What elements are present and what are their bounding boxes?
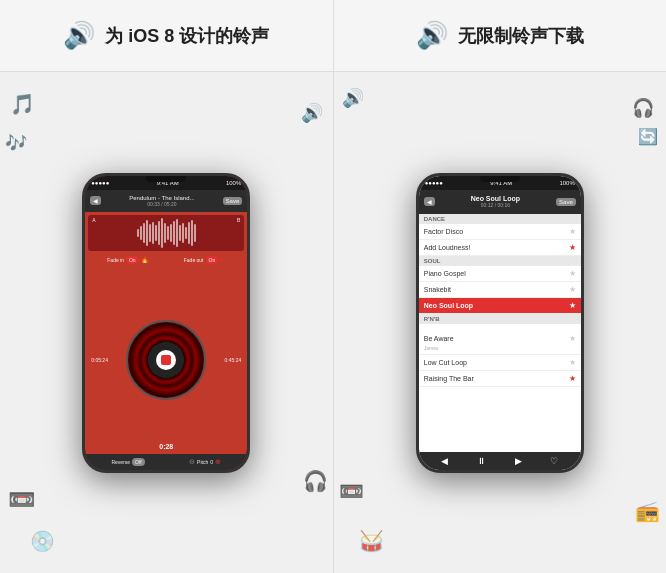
right-phone: ●●●●● 9:41 AM 100% ◀ Neo Soul Loop 00:12…	[416, 173, 584, 473]
section-header-rnb: R'n'B	[419, 314, 581, 324]
song-name-piano-gospel: Piano Gospel	[424, 270, 569, 277]
left-bottom-controls: Reverse Off ⊖ Pitch 0 ⊕	[85, 454, 247, 470]
waveform-bar	[194, 224, 196, 242]
waveform-bar	[146, 220, 148, 246]
pitch-plus-icon[interactable]: ⊕	[215, 458, 221, 466]
favorite-button[interactable]: ♡	[550, 456, 558, 466]
waveform-area[interactable]: A B	[88, 215, 244, 251]
waveform-bar	[152, 222, 154, 244]
reverse-toggle[interactable]: Off	[132, 458, 145, 466]
deco-speaker-2: 🔊	[342, 87, 364, 109]
waveform-bar	[188, 222, 190, 244]
pitch-control[interactable]: ⊖ Pitch 0 ⊕	[189, 458, 221, 466]
deco-headphone-2: 🎧	[632, 97, 654, 119]
left-status-bar: ●●●●● 9:41 AM 100%	[85, 176, 247, 190]
star-piano-gospel[interactable]: ★	[569, 269, 576, 278]
waveform-bar	[164, 223, 166, 243]
song-list: Dance Factor Disco ★ Add Loudness! ★ Sou…	[419, 214, 581, 452]
fade-in-icon: 🔥	[141, 256, 148, 263]
waveform-bar	[191, 220, 193, 246]
star-low-cut-loop[interactable]: ★	[569, 358, 576, 367]
waveform-bar	[137, 229, 139, 237]
section-header-dance: Dance	[419, 214, 581, 224]
waveform-bar	[140, 226, 142, 240]
right-nav-title: Neo Soul Loop	[438, 195, 553, 202]
song-info-be-aware: Be Aware James	[424, 327, 569, 351]
waveform-bar	[155, 225, 157, 241]
pitch-minus-icon[interactable]: ⊖	[189, 458, 195, 466]
vinyl-center	[156, 350, 176, 370]
list-item-snakebit[interactable]: Snakebit ★	[419, 282, 581, 298]
list-item-raising-the-bar[interactable]: Raising The Bar ★	[419, 371, 581, 387]
star-factor-disco[interactable]: ★	[569, 227, 576, 236]
list-item-neo-soul-loop[interactable]: Neo Soul Loop ★	[419, 298, 581, 314]
waveform-bar	[158, 221, 160, 245]
left-battery: 100%	[226, 180, 241, 186]
fade-controls: Fade in On 🔥 Fade out On ⚙	[85, 254, 247, 266]
deco-cassette-1: 📼	[8, 487, 35, 513]
pause-button[interactable]: ⏸	[477, 456, 486, 466]
left-time: 9:41 AM	[157, 180, 179, 186]
waveform-label-b: B	[237, 217, 240, 223]
fade-in-toggle[interactable]: On	[126, 256, 139, 264]
reverse-label: Reverse	[111, 459, 130, 465]
top-banner: 🔊 为 iOS 8 设计的铃声 🔊 无限制铃声下载	[0, 0, 666, 72]
left-nav-subtitle: 00:33 / 05:20	[104, 201, 219, 207]
main-content: 🎵 🎶 📼 💿 🔊 🎧 ●●●●● 9:41 AM 100% ◀ Pendulu…	[0, 72, 666, 573]
left-save-button[interactable]: Save	[223, 197, 243, 205]
list-item-add-loudness[interactable]: Add Loudness! ★	[419, 240, 581, 256]
deco-cassette-2: 📼	[339, 479, 364, 503]
prev-button[interactable]: ◀	[441, 456, 448, 466]
banner-right-text: 无限制铃声下载	[458, 24, 584, 48]
left-phone: ●●●●● 9:41 AM 100% ◀ Pendulum - The Isla…	[82, 173, 250, 473]
waveform-bar	[149, 224, 151, 242]
star-snakebit[interactable]: ★	[569, 285, 576, 294]
right-nav-bar: ◀ Neo Soul Loop 00:12 / 00:16 Save	[419, 190, 581, 214]
right-time: 9:41 AM	[490, 180, 512, 186]
deco-note-1: 🎵	[10, 92, 35, 116]
song-name-add-loudness: Add Loudness!	[424, 244, 569, 251]
song-name-snakebit: Snakebit	[424, 286, 569, 293]
star-add-loudness[interactable]: ★	[569, 243, 576, 252]
time-center: 0:28	[159, 443, 173, 450]
deco-note-2: 🎶	[5, 132, 27, 154]
list-item-factor-disco[interactable]: Factor Disco ★	[419, 224, 581, 240]
fade-in-control[interactable]: Fade in On 🔥	[107, 256, 147, 264]
star-neo-soul-loop[interactable]: ★	[569, 301, 576, 310]
banner-left-text: 为 iOS 8 设计的铃声	[105, 24, 269, 48]
fade-out-toggle[interactable]: On	[206, 256, 219, 264]
waveform-bar	[167, 226, 169, 240]
star-be-aware[interactable]: ★	[569, 334, 576, 343]
list-item-piano-gospel[interactable]: Piano Gospel ★	[419, 266, 581, 282]
left-signal: ●●●●●	[91, 180, 109, 186]
song-name-factor-disco: Factor Disco	[424, 228, 569, 235]
waveform-bar	[182, 223, 184, 243]
left-nav-bar: ◀ Pendulum - The Island... 00:33 / 05:20…	[85, 190, 247, 212]
reverse-control[interactable]: Reverse Off	[111, 458, 144, 466]
fade-out-control[interactable]: Fade out On ⚙	[184, 256, 225, 264]
deco-refresh-2: 🔄	[638, 127, 658, 146]
right-save-button[interactable]: Save	[556, 198, 576, 206]
right-nav-subtitle: 00:12 / 00:16	[438, 202, 553, 208]
right-battery: 100%	[559, 180, 574, 186]
right-back-button[interactable]: ◀	[424, 197, 435, 206]
waveform-bar	[143, 223, 145, 243]
pitch-value: 0	[210, 459, 213, 465]
left-back-button[interactable]: ◀	[90, 196, 101, 205]
waveform-bar	[179, 225, 181, 241]
song-name-low-cut-loop: Low Cut Loop	[424, 359, 569, 366]
vinyl-disc	[126, 320, 206, 400]
stop-button[interactable]	[161, 355, 171, 365]
list-item-be-aware[interactable]: Be Aware James ★	[419, 324, 581, 355]
list-item-low-cut-loop[interactable]: Low Cut Loop ★	[419, 355, 581, 371]
right-section: 🔊 🔄 📼 🥁 🎧 📻 ●●●●● 9:41 AM 100% ◀ Neo Sou…	[334, 72, 667, 573]
star-raising-the-bar[interactable]: ★	[569, 374, 576, 383]
song-name-neo-soul-loop: Neo Soul Loop	[424, 302, 569, 309]
next-button[interactable]: ▶	[515, 456, 522, 466]
right-phone-screen: ●●●●● 9:41 AM 100% ◀ Neo Soul Loop 00:12…	[419, 176, 581, 470]
banner-left: 🔊 为 iOS 8 设计的铃声	[0, 0, 333, 71]
time-right: 0:45:24	[225, 357, 242, 363]
waveform-bar	[176, 219, 178, 247]
deco-speaker-1: 🔊	[301, 102, 323, 124]
section-header-soul: Soul	[419, 256, 581, 266]
